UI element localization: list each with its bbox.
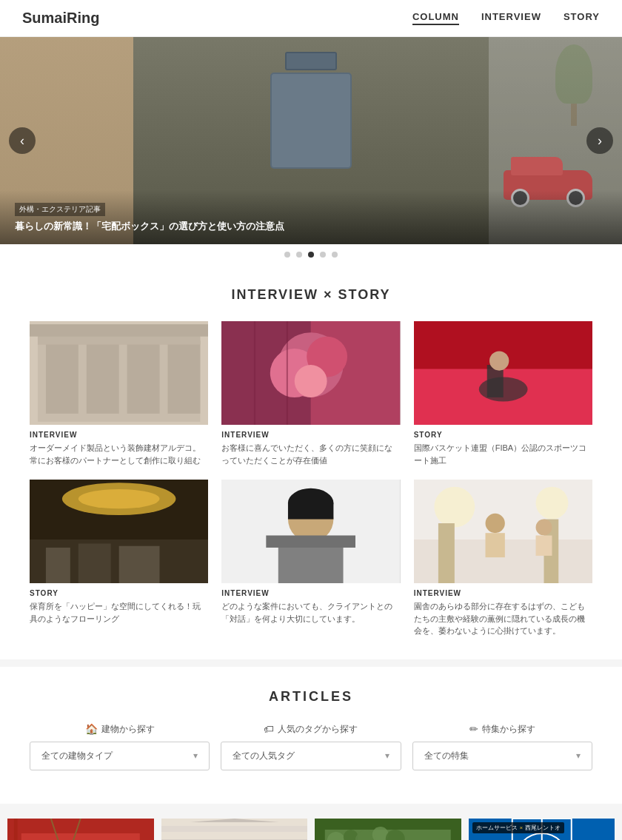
articles-section: ARTICLES 🏠 建物から探す 全ての建物タイプ ▾ 🏷 人気のタグから探す…: [0, 667, 622, 804]
svg-point-45: [535, 520, 552, 536]
card-4-category: STORY: [30, 589, 208, 597]
card-5[interactable]: INTERVIEW どのような案件においても、クライアントとの「対話」を何より大…: [221, 480, 400, 637]
card-3-desc: 国際バスケット連盟（FIBA）公認のスポーツコート施工: [414, 442, 592, 466]
card-4-image: [30, 480, 208, 583]
filter-special-select[interactable]: 全ての特集 ▾: [412, 742, 592, 770]
svg-rect-5: [167, 340, 200, 414]
filter-special-label: ✏ 特集から探す: [469, 723, 535, 736]
svg-point-40: [535, 487, 568, 520]
card-2[interactable]: INTERVIEW お客様に喜んでいただく、多くの方に笑顔になっていただくことが…: [221, 321, 400, 466]
hero-caption: 外構・エクステリア記事 暮らしの新常識！「宅配ボックス」の選び方と使い方の注意点: [0, 190, 622, 244]
svg-rect-35: [288, 503, 333, 520]
svg-point-21: [489, 351, 509, 370]
filter-building-select[interactable]: 全ての建物タイプ ▾: [30, 742, 210, 770]
nav-interview[interactable]: INTERVIEW: [481, 11, 541, 25]
card-3[interactable]: STORY 国際バスケット連盟（FIBA）公認のスポーツコート施工: [414, 321, 592, 466]
tag-icon: 🏷: [264, 723, 274, 735]
chevron-down-icon-2: ▾: [385, 750, 389, 761]
card-4-desc: 保育所を「ハッピー」な空間にしてくれる！玩具のようなフローリング: [30, 600, 208, 625]
svg-rect-14: [254, 321, 255, 425]
svg-point-13: [295, 365, 327, 397]
svg-point-39: [434, 487, 475, 528]
card-1-category: INTERVIEW: [30, 431, 208, 439]
hero-prev-button[interactable]: ‹: [9, 127, 36, 154]
building-icon: 🏠: [85, 723, 98, 735]
filter-building-label: 🏠 建物から探す: [85, 723, 155, 736]
bottom-cards: 設計士インタビュー 難しい注文に対して「出来ない」ということは満足のいく家づくり…: [0, 811, 622, 841]
svg-rect-15: [287, 321, 288, 425]
filter-tags-select[interactable]: 全ての人気タグ ▾: [221, 742, 401, 770]
card-2-category: INTERVIEW: [221, 431, 400, 439]
card-1-image: [30, 321, 208, 425]
bottom-card-4-image: ホームサービス × 西尾レントオ: [469, 819, 615, 841]
svg-rect-27: [119, 546, 160, 583]
svg-rect-7: [30, 324, 208, 336]
card-6-desc: 園舎のあらゆる部分に存在するはずの、こどもたちの主敷や経験の薫例に隠れている成長…: [414, 600, 592, 637]
interview-story-grid: INTERVIEW オーダーメイド製品という装飾建材アルデコ。常にお客様のパート…: [30, 321, 592, 637]
dot-3[interactable]: [308, 252, 314, 258]
svg-rect-2: [46, 340, 78, 414]
card-6-category: INTERVIEW: [414, 589, 592, 597]
bottom-card-4[interactable]: ホームサービス × 西尾レントオ プロジェクトストーリー 【タカホームサービス …: [469, 819, 615, 841]
nav-story[interactable]: STORY: [564, 11, 600, 25]
svg-rect-4: [127, 340, 160, 414]
hero-slider: 外構・エクステリア記事 暮らしの新常識！「宅配ボックス」の選び方と使い方の注意点…: [0, 37, 622, 244]
dot-5[interactable]: [332, 252, 338, 258]
dot-2[interactable]: [296, 252, 302, 258]
svg-rect-66: [161, 826, 308, 832]
filter-tags: 🏷 人気のタグから探す 全ての人気タグ ▾: [221, 723, 401, 770]
dot-1[interactable]: [284, 252, 290, 258]
svg-rect-50: [21, 833, 140, 841]
card-5-image: [221, 480, 400, 583]
svg-rect-26: [78, 543, 111, 583]
card-6[interactable]: INTERVIEW 園舎のあらゆる部分に存在するはずの、こどもたちの主敷や経験の…: [414, 480, 592, 637]
dot-4[interactable]: [320, 252, 326, 258]
bottom-card-1[interactable]: 設計士インタビュー 難しい注文に対して「出来ない」ということは満足のいく家づくり…: [7, 819, 154, 841]
nav: COLUMN INTERVIEW STORY: [412, 11, 600, 25]
filter-tags-label: 🏷 人気のタグから探す: [264, 723, 358, 736]
articles-title: ARTICLES: [30, 689, 592, 705]
bottom-card-2-image: [161, 819, 308, 841]
svg-point-28: [78, 489, 160, 508]
card-5-desc: どのような案件においても、クライアントとの「対話」を何より大切にしています。: [221, 600, 400, 625]
bottom-card-1-image: [7, 819, 154, 841]
svg-rect-33: [267, 535, 356, 547]
card-3-category: STORY: [414, 431, 592, 439]
svg-rect-51: [14, 819, 18, 841]
card-2-image: [221, 321, 400, 425]
filter-building: 🏠 建物から探す 全ての建物タイプ ▾: [30, 723, 210, 770]
pencil-icon: ✏: [469, 723, 478, 735]
hero-dots: [0, 244, 622, 265]
card-2-desc: お客様に喜んでいただく、多くの方に笑顔になっていただくことが存在価値: [221, 442, 400, 466]
svg-rect-3: [87, 340, 119, 414]
hero-title: 暮らしの新常識！「宅配ボックス」の選び方と使い方の注意点: [15, 220, 607, 233]
bottom-card-3[interactable]: メーカーインタビュー バーディー・プラン｜お客様に喜んでいただく、多くの方に笑顔…: [315, 819, 461, 841]
card-1[interactable]: INTERVIEW オーダーメイド製品という装飾建材アルデコ。常にお客様のパート…: [30, 321, 208, 466]
card-3-image: [414, 321, 592, 425]
card-5-category: INTERVIEW: [221, 589, 400, 597]
filter-special: ✏ 特集から探す 全ての特集 ▾: [412, 723, 592, 770]
bottom-card-3-image: [315, 819, 461, 841]
interview-story-title: INTERVIEW × STORY: [30, 287, 592, 303]
card-6-image: [414, 480, 592, 583]
bottom-card-4-badge: ホームサービス × 西尾レントオ: [472, 822, 565, 833]
card-1-desc: オーダーメイド製品という装飾建材アルデコ。常にお客様のパートナーとして創作に取り…: [30, 442, 208, 466]
bottom-card-2[interactable]: メーカーインタビュー インターデコム｜オーダーメイド製品という装飾建材アルデコ。…: [161, 819, 308, 841]
hero-next-button[interactable]: ›: [586, 127, 613, 154]
chevron-down-icon-3: ▾: [576, 750, 581, 761]
svg-rect-44: [485, 533, 504, 557]
nav-column[interactable]: COLUMN: [412, 11, 459, 25]
hero-tag: 外構・エクステリア記事: [15, 203, 105, 216]
card-4[interactable]: STORY 保育所を「ハッピー」な空間にしてくれる！玩具のようなフローリング: [30, 480, 208, 637]
svg-point-43: [485, 514, 504, 533]
svg-rect-46: [535, 535, 552, 555]
header: SumaiRing COLUMN INTERVIEW STORY: [0, 0, 622, 37]
svg-rect-41: [438, 523, 455, 583]
logo[interactable]: SumaiRing: [22, 10, 99, 27]
chevron-down-icon: ▾: [193, 750, 198, 761]
interview-story-section: INTERVIEW × STORY INTERVIEW オーダーメイド製品という…: [0, 265, 622, 659]
filter-row: 🏠 建物から探す 全ての建物タイプ ▾ 🏷 人気のタグから探す 全ての人気タグ …: [30, 723, 592, 770]
svg-rect-25: [46, 548, 70, 583]
